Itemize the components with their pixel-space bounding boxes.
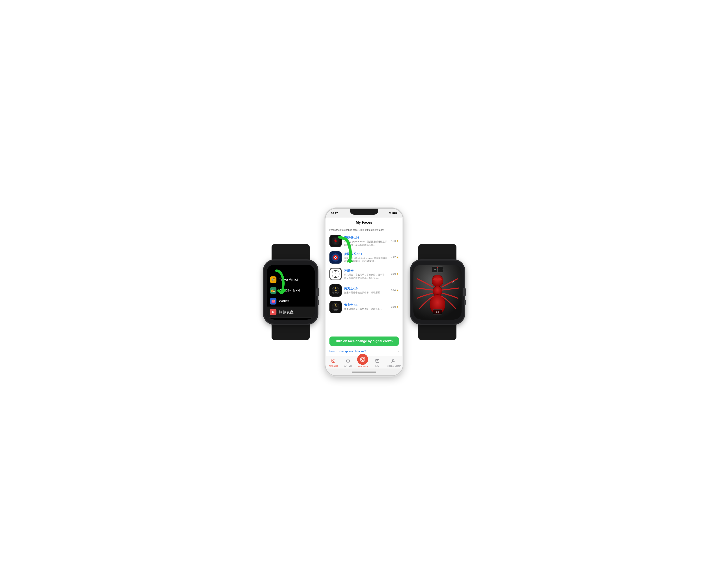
- star-icon-rolex11: ✦: [396, 305, 399, 309]
- spider-watch-face: 20 15 S 55 4 14: [413, 265, 462, 319]
- personal-tab-icon: [391, 359, 395, 364]
- iphone-wrapper: 16:17: [326, 208, 403, 376]
- face-title-captain: 美国队长-111: [344, 252, 389, 256]
- face-info-rolex10: 劳力士-10 如果你是这个表盘的作者，请联系我...: [344, 287, 389, 294]
- tab-appver[interactable]: APP Ver: [342, 359, 354, 367]
- faq-tab-label: FAQ: [375, 365, 380, 367]
- huanrao-thumb-svg: [330, 269, 341, 279]
- band-top-right: [418, 244, 457, 260]
- myfaces-icon-svg: [331, 359, 336, 363]
- face-desc-rolex10: 如果你是这个表盘的作者，请联系我...: [344, 291, 389, 294]
- face-item-rolex11[interactable]: ROLEX 劳力士-11 如果你是这个表盘的作者，请联系我... 0.00 ✦: [326, 299, 402, 315]
- tab-myfaces[interactable]: My Faces: [327, 359, 339, 367]
- myfaces-tab-label: My Faces: [329, 365, 338, 367]
- svg-point-21: [335, 274, 336, 274]
- svg-rect-4: [386, 212, 386, 214]
- wifi-icon: [388, 212, 391, 214]
- band-bottom-right: [418, 324, 457, 340]
- face-info-rolex11: 劳力士-11 如果你是这个表盘的作者，请联系我...: [344, 303, 389, 311]
- home-bar: [352, 371, 376, 372]
- svg-rect-3: [385, 213, 385, 214]
- face-info-spiderman: 蜘蛛侠-103 蜘蛛侠（Spider-Man）是美国漫威漫画旗下超级英雄，是住在…: [344, 236, 389, 247]
- face-desc-huanrao: 就我而言，喜欢简单，喜欢安静，喜欢宇宙，灵魂来自于太阳系，我们都在...: [344, 273, 389, 279]
- svg-rect-7: [392, 213, 395, 214]
- thumb-captain: ★: [330, 251, 342, 263]
- watch-body-right: 20 15 S 55 4 14: [411, 260, 464, 324]
- faq-tab-icon: [375, 359, 380, 364]
- svg-text:🕷: 🕷: [334, 239, 337, 243]
- arrow-left-svg: [270, 269, 291, 297]
- side-button-right[interactable]: [464, 300, 466, 305]
- watch-left: 🧑‍🤝‍🧑 Trova Amici 📻 Walkie-Talkie 👛 Wall…: [264, 244, 317, 340]
- face-item-captain[interactable]: ★ 美国队长-111 美国队长（Captain America）是美国漫威漫画旗…: [326, 249, 402, 266]
- status-icons: [384, 212, 397, 214]
- face-desc-rolex11: 如果你是这个表盘的作者，请联系我...: [344, 308, 389, 311]
- face-item-spiderman[interactable]: 🕷 蜘蛛侠-103 蜘蛛侠（Spider-Man）是美国漫威漫画旗下超级英雄，是…: [326, 233, 402, 249]
- tab-faq[interactable]: FAQ: [371, 359, 384, 367]
- thumb-spiderman: 🕷: [330, 235, 342, 247]
- svg-point-39: [333, 360, 334, 362]
- face-info-huanrao: 环绕-64 就我而言，喜欢简单，喜欢安静，喜欢宇宙，灵魂来自于太阳系，我们都在.…: [344, 269, 389, 279]
- watch-right: 20 15 S 55 4 14: [411, 244, 464, 340]
- svg-text:4: 4: [452, 280, 455, 285]
- star-icon-rolex10: ✦: [396, 289, 399, 292]
- faq-icon-svg: [375, 359, 380, 363]
- jingji-icon: 🕰: [270, 309, 277, 315]
- appver-tab-icon: [346, 359, 350, 364]
- band-bottom-left: [271, 324, 310, 340]
- thumb-huanrao: [330, 268, 342, 280]
- svg-rect-5: [387, 212, 387, 214]
- digital-crown-right[interactable]: [463, 288, 466, 296]
- digital-crown-btn[interactable]: Turn on face change by digital crown: [330, 336, 399, 346]
- face-rating-spiderman: 4.18 ✦: [391, 239, 398, 243]
- tab-facestore[interactable]: Face Store: [357, 358, 369, 368]
- svg-text:ROLEX: ROLEX: [333, 292, 338, 294]
- svg-point-53: [432, 275, 443, 287]
- facestore-tab-label: Face Store: [358, 365, 368, 368]
- arrow-left: [270, 269, 291, 298]
- rating-value-captain: 4.97: [391, 256, 396, 259]
- appver-tab-label: APP Ver: [344, 365, 352, 367]
- iphone-screen: My Faces Press face to change face(Slide…: [326, 218, 402, 356]
- digital-crown-left[interactable]: [316, 288, 319, 296]
- appver-icon-svg: [346, 359, 350, 363]
- rating-value-huanrao: 0.00: [391, 273, 396, 275]
- tab-bar: My Faces APP Ver: [326, 356, 402, 368]
- svg-text:★: ★: [334, 256, 337, 259]
- watch-screen-right: 20 15 S 55 4 14: [413, 265, 462, 319]
- svg-text:14: 14: [436, 310, 439, 313]
- svg-text:ROLEX: ROLEX: [333, 308, 338, 310]
- rating-value-rolex11: 0.00: [391, 306, 396, 308]
- menu-item-jingji[interactable]: 🕰 静静表盘: [267, 307, 315, 317]
- svg-rect-2: [384, 214, 384, 214]
- face-item-huanrao[interactable]: 环绕-64 就我而言，喜欢简单，喜欢安静，喜欢宇宙，灵魂来自于太阳系，我们都在.…: [326, 266, 402, 282]
- status-time: 16:17: [331, 212, 338, 215]
- rating-value-spiderman: 4.18: [391, 240, 396, 242]
- face-title-huanrao: 环绕-64: [344, 269, 389, 273]
- svg-text:15: 15: [437, 269, 439, 271]
- face-rating-rolex11: 0.00 ✦: [391, 305, 398, 309]
- jingji-label: 静静表盘: [279, 310, 293, 314]
- status-bar: 16:17: [326, 208, 403, 218]
- thumb-rolex11: ROLEX: [330, 301, 342, 313]
- face-info-captain: 美国队长-111 美国队长（Captain America）是美国漫威漫画旗下超…: [344, 252, 389, 263]
- face-title-rolex11: 劳力士-11: [344, 303, 389, 307]
- face-rating-captain: 4.97 ✦: [391, 256, 398, 259]
- screen-title: My Faces: [326, 218, 402, 227]
- rating-value-rolex10: 0.00: [391, 289, 396, 292]
- side-button-left[interactable]: [317, 300, 319, 305]
- facestore-icon-svg: [360, 357, 366, 362]
- star-icon-captain: ✦: [396, 256, 399, 259]
- tab-personal[interactable]: Personal Center: [386, 359, 400, 367]
- notch: [350, 208, 379, 215]
- wallet-icon: 👛: [270, 298, 277, 305]
- svg-text:S: S: [440, 269, 441, 271]
- main-scene: 🧑‍🤝‍🧑 Trova Amici 📻 Walkie-Talkie 👛 Wall…: [242, 200, 487, 384]
- star-icon-spiderman: ✦: [396, 239, 399, 243]
- face-rating-rolex10: 0.00 ✦: [391, 289, 398, 292]
- battery-icon: [392, 212, 397, 214]
- svg-point-51: [392, 359, 394, 361]
- face-item-rolex10[interactable]: ROLEX 劳力士-10 如果你是这个表盘的作者，请联系我... 0.00 ✦: [326, 282, 402, 299]
- rolex11-thumb-svg: ROLEX: [330, 302, 341, 312]
- home-indicator: [326, 368, 403, 376]
